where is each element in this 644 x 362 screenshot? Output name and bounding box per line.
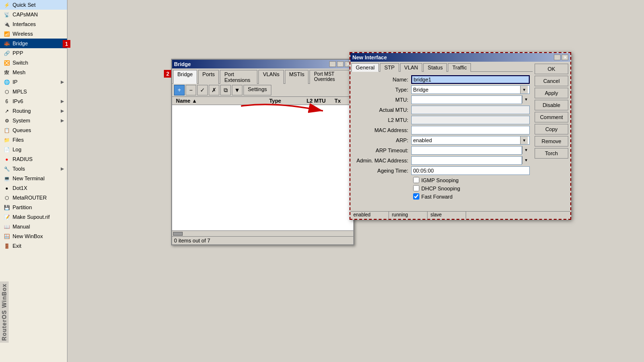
sidebar-item-mpls[interactable]: ⬡ MPLS [0, 87, 67, 96]
makesupout-icon: 📝 [3, 213, 11, 221]
sidebar-item-switch[interactable]: 🔀 Switch [0, 58, 67, 67]
ageing-input[interactable] [411, 166, 530, 175]
l2-mtu-label: L2 MTU: [353, 117, 411, 123]
sidebar-item-ip[interactable]: 🌐 IP ▶ [0, 77, 67, 87]
filter-button[interactable]: ▼ [232, 85, 242, 95]
torch-button[interactable]: Torch [535, 148, 568, 159]
bridge-minimize-btn[interactable]: _ [329, 61, 336, 67]
type-row: Type: Bridge ▼ [353, 85, 530, 94]
copy-button-ni[interactable]: Copy [535, 124, 568, 134]
type-select[interactable]: Bridge ▼ [411, 85, 530, 94]
tab-port-extensions[interactable]: Port Extensions [220, 70, 257, 84]
tab-stp[interactable]: STP [380, 63, 399, 72]
ageing-row: Ageing Time: [353, 166, 530, 175]
tab-ports[interactable]: Ports [198, 70, 219, 84]
bridge-title: Bridge [174, 61, 191, 67]
sidebar-item-newwinbox[interactable]: 🪟 New WinBox [0, 231, 67, 241]
cancel-button[interactable]: Cancel [535, 76, 568, 86]
remove-button[interactable]: − [186, 85, 196, 95]
arp-timeout-arrow[interactable]: ▼ [522, 146, 530, 154]
col-tx: Tx [333, 97, 351, 104]
sidebar-item-log[interactable]: 📄 Log [0, 145, 67, 154]
manual-icon: 📖 [3, 223, 11, 230]
tab-vlans[interactable]: VLANs [258, 70, 283, 84]
remove-button-ni[interactable]: Remove [535, 136, 568, 147]
sidebar-item-wireless[interactable]: 📶 Wireless [0, 29, 67, 39]
tools-icon: 🔧 [3, 165, 11, 173]
admin-mac-input[interactable] [411, 156, 522, 165]
table-header: Name ▲ Type L2 MTU Tx [172, 97, 353, 105]
sidebar-item-ipv6[interactable]: 6 IPv6 ▶ [0, 96, 67, 106]
sidebar-item-routing[interactable]: ↗ Routing ▶ [0, 106, 67, 116]
name-input[interactable] [411, 75, 530, 84]
sidebar-item-manual[interactable]: 📖 Manual [0, 222, 67, 231]
sidebar-item-files[interactable]: 📁 Files [0, 135, 67, 145]
tab-mstis[interactable]: MSTIs [285, 70, 309, 84]
sidebar-item-system[interactable]: ⚙ System ▶ [0, 116, 67, 125]
new-interface-close-btn[interactable]: ✕ [562, 54, 568, 60]
apply-button[interactable]: Apply [535, 88, 568, 98]
fast-forward-checkbox[interactable] [413, 193, 419, 200]
igmp-checkbox[interactable] [413, 177, 419, 183]
arp-select[interactable]: enabled ▼ [411, 136, 530, 145]
type-arrow[interactable]: ▼ [520, 86, 528, 94]
arp-row: ARP: enabled ▼ [353, 136, 530, 145]
new-interface-tabs: General STP VLAN Status Traffic [350, 62, 533, 72]
status-running: running [389, 212, 428, 219]
sidebar-item-interfaces[interactable]: 🔌 Interfaces [0, 19, 67, 29]
sidebar-item-dot1x[interactable]: ● Dot1X [0, 183, 67, 193]
bridge-maximize-btn[interactable]: □ [337, 61, 344, 67]
copy-button[interactable]: ⧉ [220, 85, 231, 95]
tab-traffic[interactable]: Traffic [448, 63, 471, 72]
sidebar-item-mesh[interactable]: 🕸 Mesh [0, 67, 67, 77]
table-footer: 0 items out of 7 [172, 236, 353, 244]
mtu-input[interactable] [411, 95, 522, 104]
l2-mtu-input[interactable] [411, 116, 530, 124]
add-button[interactable]: + [174, 85, 185, 95]
sidebar-item-makesupout[interactable]: 📝 Make Supout.rif [0, 212, 67, 222]
badge-1: 1 [63, 40, 70, 48]
sidebar-item-exit[interactable]: 🚪 Exit [0, 241, 67, 251]
dhcp-checkbox[interactable] [413, 185, 419, 191]
arp-timeout-input[interactable] [411, 146, 522, 155]
comment-button[interactable]: Comment [535, 112, 568, 122]
sidebar-item-bridge[interactable]: 🌉 Bridge [0, 39, 67, 48]
col-type: Type [267, 97, 305, 104]
horizontal-scrollbar[interactable] [172, 230, 353, 236]
tab-general[interactable]: General [351, 63, 379, 72]
mtu-arrow[interactable]: ▼ [522, 95, 530, 103]
bridge-titlebar-buttons: _ □ ✕ [329, 61, 351, 67]
disable-button[interactable]: ✗ [209, 85, 219, 95]
tab-bridge[interactable]: Bridge [173, 70, 197, 84]
disable-button[interactable]: Disable [535, 100, 568, 110]
sidebar-item-metarouter[interactable]: ⬡ MetaROUTER [0, 193, 67, 202]
tab-port-mst-overrides[interactable]: Port MST Overrides [309, 70, 351, 84]
sidebar-item-ppp[interactable]: 🔗 PPP [0, 48, 67, 58]
sidebar-item-terminal[interactable]: 💻 New Terminal [0, 174, 67, 183]
dhcp-row: DHCP Snooping [413, 185, 533, 191]
tab-status[interactable]: Status [423, 63, 447, 72]
actual-mtu-input[interactable] [411, 106, 530, 114]
mac-input[interactable] [411, 126, 530, 134]
sidebar-item-quickset[interactable]: ⚡ Quick Set [0, 0, 67, 10]
bridge-titlebar: Bridge _ □ ✕ [172, 60, 353, 68]
dot1x-icon: ● [3, 184, 11, 192]
sidebar-item-queues[interactable]: 📋 Queues [0, 125, 67, 135]
sidebar-item-radius[interactable]: ● RADIUS [0, 154, 67, 164]
sidebar-item-partition[interactable]: 💾 Partition [0, 202, 67, 212]
settings-button[interactable]: Settings [243, 85, 271, 95]
enable-button[interactable]: ✓ [197, 85, 208, 95]
mpls-icon: ⬡ [3, 88, 11, 95]
ip-arrow: ▶ [61, 80, 64, 84]
sidebar-item-capsman[interactable]: 📡 CAPsMAN [0, 10, 67, 19]
arp-label: ARP: [353, 137, 411, 143]
sidebar-item-tools[interactable]: 🔧 Tools ▶ [0, 164, 67, 174]
new-interface-minimize-btn[interactable]: _ [554, 54, 561, 60]
arp-arrow[interactable]: ▼ [520, 136, 528, 144]
tab-vlan[interactable]: VLAN [400, 63, 423, 72]
scroll-thumb[interactable] [173, 232, 183, 236]
ipv6-arrow: ▶ [61, 99, 64, 104]
exit-icon: 🚪 [3, 242, 11, 250]
ok-button[interactable]: OK [535, 64, 568, 74]
admin-mac-arrow[interactable]: ▼ [522, 156, 530, 164]
